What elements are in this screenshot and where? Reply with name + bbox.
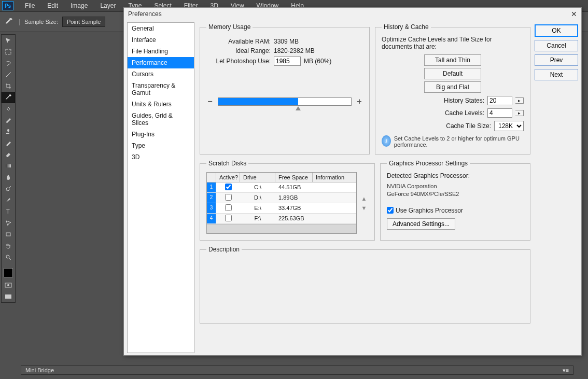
next-button[interactable]: Next <box>535 69 578 80</box>
mini-bridge-panel[interactable]: Mini Bridge ▾≡ <box>21 366 573 375</box>
cancel-button[interactable]: Cancel <box>535 40 578 51</box>
path-tool-icon[interactable] <box>2 217 15 229</box>
advanced-settings-button[interactable]: Advanced Settings... <box>387 218 455 230</box>
svg-text:T: T <box>6 208 10 215</box>
menu-file[interactable]: File <box>19 1 41 11</box>
zoom-tool-icon[interactable] <box>2 251 15 263</box>
ideal-range-label: Ideal Range: <box>206 47 274 54</box>
use-gpu-checkbox[interactable] <box>387 207 394 214</box>
sidebar-item-plugins[interactable]: Plug-Ins <box>128 129 194 140</box>
sample-size-dropdown[interactable]: Point Sample <box>62 17 105 27</box>
memory-usage-legend: Memory Usage <box>206 23 253 31</box>
eraser-tool-icon[interactable] <box>2 149 15 160</box>
sidebar-item-guides[interactable]: Guides, Grid & Slices <box>128 110 194 129</box>
drive-active-checkbox[interactable] <box>225 194 232 201</box>
slider-handle-icon[interactable] <box>296 106 301 110</box>
pen-tool-icon[interactable] <box>2 194 15 206</box>
let-photoshop-label: Let Photoshop Use: <box>206 58 274 65</box>
sidebar-item-filehandling[interactable]: File Handling <box>128 46 194 57</box>
history-intro: Optimize Cache Levels and Tile Size for … <box>382 36 524 50</box>
svg-rect-4 <box>6 233 10 236</box>
sidebar-item-interface[interactable]: Interface <box>128 34 194 46</box>
sidebar-item-general[interactable]: General <box>128 23 194 34</box>
default-button[interactable]: Default <box>424 68 481 79</box>
preferences-dialog: Preferences ✕ General Interface File Han… <box>123 7 582 356</box>
move-tool-icon[interactable] <box>2 35 15 46</box>
dialog-title: Preferences <box>128 10 162 18</box>
drive-active-checkbox[interactable] <box>225 184 232 190</box>
cache-levels-stepper[interactable]: ▸ <box>515 110 524 116</box>
type-tool-icon[interactable]: T <box>2 206 15 217</box>
menu-edit[interactable]: Edit <box>41 1 64 11</box>
cache-levels-label: Cache Levels: <box>445 109 484 117</box>
description-group: Description <box>200 246 530 324</box>
lasso-tool-icon[interactable] <box>2 58 15 69</box>
cache-tile-select[interactable]: 128K <box>494 121 524 131</box>
sidebar-item-performance[interactable]: Performance <box>128 57 194 68</box>
gpu-settings-group: Graphics Processor Settings Detected Gra… <box>380 160 530 241</box>
description-legend: Description <box>206 246 242 253</box>
history-states-stepper[interactable]: ▸ <box>515 97 524 104</box>
menu-image[interactable]: Image <box>64 1 94 11</box>
prev-button[interactable]: Prev <box>535 54 578 66</box>
memory-slider[interactable] <box>218 97 352 106</box>
move-down-icon[interactable]: ▼ <box>360 204 368 212</box>
table-row[interactable]: 2 D:\ 1.89GB <box>207 193 356 203</box>
screenmode-icon[interactable] <box>2 291 15 302</box>
foreground-color-swatch[interactable] <box>4 268 13 277</box>
svg-rect-0 <box>6 49 11 54</box>
scratch-disks-legend: Scratch Disks <box>206 160 248 167</box>
table-row[interactable]: 3 E:\ 33.47GB <box>207 203 356 214</box>
big-flat-button[interactable]: Big and Flat <box>424 81 481 93</box>
slider-minus-icon[interactable]: − <box>206 97 214 106</box>
svg-point-5 <box>6 255 9 258</box>
hand-tool-icon[interactable] <box>2 240 15 251</box>
cache-levels-input[interactable] <box>487 108 512 118</box>
scratch-disks-table: Active? Drive Free Space Information 1 C… <box>206 172 357 234</box>
svg-point-2 <box>6 188 9 191</box>
available-ram-label: Available RAM: <box>206 38 274 45</box>
history-states-input[interactable] <box>487 96 512 105</box>
marquee-tool-icon[interactable] <box>2 46 15 58</box>
stamp-tool-icon[interactable] <box>2 126 15 137</box>
panel-menu-icon[interactable]: ▾≡ <box>563 367 569 374</box>
detected-gpu-label: Detected Graphics Processor: <box>387 172 524 179</box>
eyedropper-tool-icon[interactable] <box>2 92 15 103</box>
cache-tile-label: Cache Tile Size: <box>446 122 491 130</box>
crop-tool-icon[interactable] <box>2 80 15 92</box>
sidebar-item-type[interactable]: Type <box>128 140 194 151</box>
ok-button[interactable]: OK <box>535 24 578 37</box>
toolbox: T <box>1 34 16 303</box>
brush-tool-icon[interactable] <box>2 115 15 126</box>
info-icon: i <box>382 135 391 147</box>
history-states-label: History States: <box>444 97 484 104</box>
drive-active-checkbox[interactable] <box>225 215 232 221</box>
gradient-tool-icon[interactable] <box>2 160 15 172</box>
svg-rect-1 <box>6 164 11 167</box>
tall-thin-button[interactable]: Tall and Thin <box>424 54 481 66</box>
history-cache-legend: History & Cache <box>382 23 431 31</box>
let-photoshop-input[interactable] <box>274 57 301 66</box>
history-brush-tool-icon[interactable] <box>2 137 15 149</box>
dodge-tool-icon[interactable] <box>2 183 15 194</box>
cache-info-text: Set Cache Levels to 2 or higher for opti… <box>394 135 524 148</box>
svg-point-7 <box>7 284 9 286</box>
sidebar-item-units[interactable]: Units & Rulers <box>128 99 194 110</box>
drive-active-checkbox[interactable] <box>225 204 232 211</box>
shape-tool-icon[interactable] <box>2 229 15 240</box>
wand-tool-icon[interactable] <box>2 69 15 80</box>
slider-plus-icon[interactable]: + <box>356 97 363 106</box>
table-row[interactable]: 4 F:\ 225.63GB <box>207 214 356 224</box>
table-row[interactable]: 1 C:\ 44.51GB <box>207 183 356 193</box>
menu-layer[interactable]: Layer <box>94 1 122 11</box>
close-icon[interactable]: ✕ <box>571 10 577 18</box>
col-info: Information <box>313 173 356 182</box>
blur-tool-icon[interactable] <box>2 172 15 183</box>
sidebar-item-transparency[interactable]: Transparency & Gamut <box>128 80 194 99</box>
move-up-icon[interactable]: ▲ <box>360 194 368 203</box>
sidebar-item-cursors[interactable]: Cursors <box>128 68 194 80</box>
healing-tool-icon[interactable] <box>2 103 15 115</box>
sidebar-item-3d[interactable]: 3D <box>128 151 194 163</box>
quickmask-icon[interactable] <box>2 279 15 291</box>
gpu-model: GeForce 940MX/PCIe/SSE2 <box>387 190 524 198</box>
